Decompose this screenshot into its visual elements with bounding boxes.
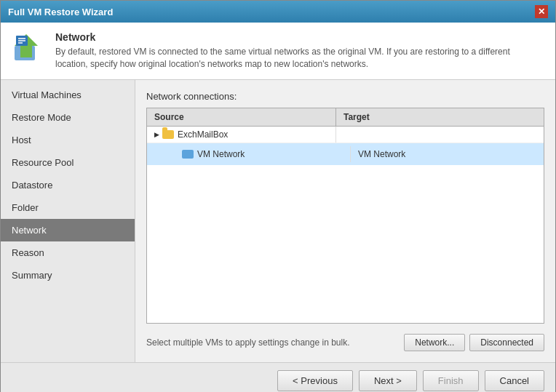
close-button[interactable]: ✕ xyxy=(535,5,548,18)
actions-row: Select multiple VMs to apply settings ch… xyxy=(146,334,544,351)
previous-button[interactable]: < Previous xyxy=(277,370,353,391)
expand-chevron-icon: ▶ xyxy=(154,131,159,138)
table-body: ▶ ExchMailBox VM Network xyxy=(147,127,544,323)
sidebar-item-reason[interactable]: Reason xyxy=(1,241,135,264)
child-name: VM Network xyxy=(197,149,245,159)
window-title: Full VM Restore Wizard xyxy=(8,7,113,17)
sidebar-item-host[interactable]: Host xyxy=(1,129,135,151)
header-section: Network By default, restored VM is conne… xyxy=(1,23,555,80)
sidebar-item-summary[interactable]: Summary xyxy=(1,264,135,287)
child-target-cell: VM Network xyxy=(351,146,540,162)
sidebar: Virtual Machines Restore Mode Host Resou… xyxy=(1,80,135,362)
source-column-header: Source xyxy=(147,108,336,126)
target-column-header: Target xyxy=(336,108,544,126)
network-button[interactable]: Network... xyxy=(404,334,465,351)
parent-target-cell xyxy=(336,127,544,143)
right-panel: Network connections: Source Target ▶ xyxy=(135,80,555,362)
child-source-cell: VM Network xyxy=(162,146,351,162)
folder-icon xyxy=(162,130,174,139)
network-table: Source Target ▶ ExchMailBox xyxy=(146,108,544,324)
parent-source-cell: ▶ ExchMailBox xyxy=(147,127,336,143)
sidebar-item-resource-pool[interactable]: Resource Pool xyxy=(1,151,135,174)
window: Full VM Restore Wizard ✕ xyxy=(0,0,556,392)
table-row-child[interactable]: VM Network VM Network xyxy=(147,143,544,165)
network-header-icon xyxy=(12,31,47,66)
footer: < Previous Next > Finish Cancel xyxy=(1,362,555,392)
header-text: Network By default, restored VM is conne… xyxy=(55,31,544,71)
table-row-parent[interactable]: ▶ ExchMailBox xyxy=(147,127,544,143)
header-description: By default, restored VM is connected to … xyxy=(55,46,544,71)
cancel-button[interactable]: Cancel xyxy=(485,370,544,391)
panel-title: Network connections: xyxy=(146,91,544,102)
disconnected-button[interactable]: Disconnected xyxy=(469,334,544,351)
main-area: Virtual Machines Restore Mode Host Resou… xyxy=(1,80,555,362)
parent-name: ExchMailBox xyxy=(178,129,228,140)
sidebar-item-restore-mode[interactable]: Restore Mode xyxy=(1,106,135,129)
header-title: Network xyxy=(55,31,544,43)
bulk-text: Select multiple VMs to apply settings ch… xyxy=(146,337,349,348)
vm-network-icon xyxy=(182,150,194,159)
sidebar-item-datastore[interactable]: Datastore xyxy=(1,174,135,196)
finish-button[interactable]: Finish xyxy=(423,370,479,391)
table-header: Source Target xyxy=(147,108,544,127)
sidebar-item-folder[interactable]: Folder xyxy=(1,196,135,219)
action-buttons: Network... Disconnected xyxy=(404,334,544,351)
sidebar-item-virtual-machines[interactable]: Virtual Machines xyxy=(1,84,135,106)
next-button[interactable]: Next > xyxy=(359,370,417,391)
sidebar-item-network[interactable]: Network xyxy=(1,219,135,241)
title-bar: Full VM Restore Wizard ✕ xyxy=(1,1,555,23)
content-area: Network By default, restored VM is conne… xyxy=(1,23,555,362)
